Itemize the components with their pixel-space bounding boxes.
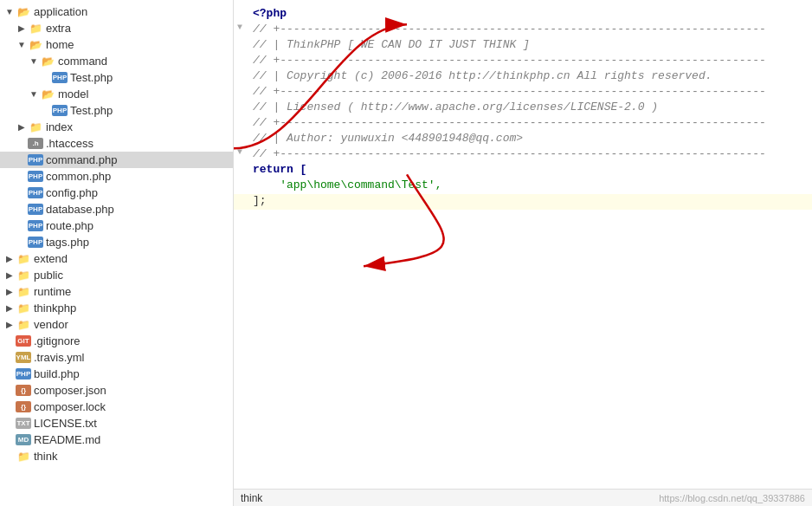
sidebar-item-think[interactable]: think (0, 448, 233, 464)
file-label-extra: extra (46, 22, 71, 35)
sidebar-item-database-php[interactable]: database.php (0, 201, 233, 217)
file-label-extend: extend (34, 252, 68, 265)
file-icon-command (40, 55, 55, 68)
file-icon-vendor (16, 319, 31, 331)
code-line-11: return [ (234, 163, 812, 178)
line-content-12: 'app\home\command\Test', (246, 178, 812, 191)
tree-arrow-home (16, 40, 28, 49)
file-label-composer-lock: composer.lock (34, 400, 106, 413)
tree-arrow-extend (3, 254, 16, 263)
line-content-4: // +------------------------------------… (246, 54, 812, 67)
sidebar-item-htaccess[interactable]: .htaccess (0, 135, 233, 152)
file-icon-index (28, 121, 43, 133)
line-content-5: // | Copyright (c) 2006-2016 http://thin… (246, 69, 812, 82)
file-label-command: command (58, 55, 107, 68)
file-label-database-php: database.php (46, 203, 114, 216)
file-label-public: public (34, 269, 63, 282)
file-icon-test-php-2 (52, 105, 68, 116)
sidebar-item-command[interactable]: command (0, 53, 233, 69)
code-lines: <?php▼// +------------------------------… (234, 7, 812, 210)
code-editor: <?php▼// +------------------------------… (234, 0, 812, 506)
code-line-1: <?php (234, 7, 812, 23)
file-label-command-php: command.php (46, 153, 117, 166)
file-icon-composer-json (16, 385, 31, 396)
sidebar-item-home[interactable]: home (0, 36, 233, 53)
sidebar-item-test-php-1[interactable]: Test.php (0, 69, 233, 86)
line-content-10: // +------------------------------------… (246, 147, 812, 160)
file-label-test-php-1: Test.php (70, 71, 113, 84)
file-label-htaccess: .htaccess (46, 137, 93, 150)
line-content-11: return [ (246, 163, 812, 176)
file-label-build-php: build.php (34, 367, 80, 380)
file-label-vendor: vendor (34, 318, 68, 331)
tree-arrow-command (28, 56, 40, 66)
line-content-8: // +------------------------------------… (246, 116, 812, 129)
tree-arrow-vendor (3, 320, 16, 329)
file-icon-license-txt (16, 418, 31, 429)
sidebar-item-public[interactable]: public (0, 267, 233, 283)
tree-arrow-application (3, 7, 16, 16)
code-line-13: ]; (234, 194, 812, 210)
sidebar-item-index[interactable]: index (0, 119, 233, 135)
file-icon-think (16, 451, 31, 463)
file-label-common-php: common.php (46, 170, 111, 183)
sidebar-item-application[interactable]: application (0, 3, 233, 20)
sidebar-item-build-php[interactable]: build.php (0, 366, 233, 382)
file-label-runtime: runtime (34, 285, 71, 298)
code-line-6: // +------------------------------------… (234, 85, 812, 101)
sidebar-item-model[interactable]: model (0, 86, 233, 102)
code-line-3: // | ThinkPHP [ WE CAN DO IT JUST THINK … (234, 38, 812, 54)
file-icon-config-php (28, 187, 43, 198)
file-label-thinkphp: thinkphp (34, 302, 76, 315)
line-content-13: ]; (246, 194, 812, 207)
sidebar-item-test-php-2[interactable]: Test.php (0, 102, 233, 119)
sidebar-item-tags-php[interactable]: tags.php (0, 234, 233, 250)
sidebar-item-runtime[interactable]: runtime (0, 283, 233, 300)
sidebar-item-readme-md[interactable]: README.md (0, 431, 233, 448)
file-label-tags-php: tags.php (46, 236, 89, 249)
file-icon-travis-yml (16, 352, 31, 363)
sidebar-item-common-php[interactable]: common.php (0, 168, 233, 185)
file-icon-build-php (16, 368, 31, 380)
file-label-model: model (58, 88, 88, 101)
sidebar-item-composer-json[interactable]: composer.json (0, 382, 233, 399)
line-content-7: // | Licensed ( http://www.apache.org/li… (246, 101, 812, 114)
file-label-license-txt: LICENSE.txt (34, 417, 97, 430)
file-tree[interactable]: applicationextrahomecommandTest.phpmodel… (0, 0, 234, 506)
file-icon-thinkphp (16, 302, 31, 315)
fold-indicator-10[interactable]: ▼ (234, 147, 246, 157)
tree-arrow-model (28, 89, 40, 99)
file-icon-tags-php (28, 237, 43, 248)
file-icon-application (16, 6, 31, 18)
sidebar-item-composer-lock[interactable]: composer.lock (0, 399, 233, 415)
file-icon-extra (28, 23, 43, 35)
sidebar-item-gitignore[interactable]: .gitignore (0, 333, 233, 349)
line-content-2: // +------------------------------------… (246, 23, 812, 36)
sidebar-item-travis-yml[interactable]: .travis.yml (0, 349, 233, 366)
code-area: <?php▼// +------------------------------… (234, 0, 812, 489)
file-icon-model (40, 88, 55, 101)
line-content-9: // | Author: yunwuxin <448901948@qq.com> (246, 132, 812, 145)
fold-indicator-2[interactable]: ▼ (234, 23, 246, 32)
tree-arrow-extra (16, 23, 28, 33)
sidebar-item-thinkphp[interactable]: thinkphp (0, 300, 233, 316)
file-icon-composer-lock (16, 401, 31, 412)
bottom-bar: think https://blog.csdn.net/qq_39337886 (234, 489, 812, 506)
file-label-index: index (46, 120, 73, 133)
tree-arrow-runtime (3, 287, 16, 296)
sidebar-item-license-txt[interactable]: LICENSE.txt (0, 415, 233, 431)
file-icon-common-php (28, 171, 43, 182)
sidebar-item-command-php[interactable]: command.php (0, 152, 233, 168)
line-content-1: <?php (246, 7, 812, 20)
code-line-5: // | Copyright (c) 2006-2016 http://thin… (234, 69, 812, 85)
file-icon-command-php (28, 154, 43, 165)
file-label-application: application (34, 5, 87, 18)
sidebar-item-config-php[interactable]: config.php (0, 185, 233, 201)
sidebar-item-route-php[interactable]: route.php (0, 217, 233, 234)
code-line-12: 'app\home\command\Test', (234, 178, 812, 194)
file-icon-database-php (28, 204, 43, 215)
sidebar-item-extra[interactable]: extra (0, 20, 233, 36)
sidebar-item-extend[interactable]: extend (0, 250, 233, 267)
sidebar-item-vendor[interactable]: vendor (0, 316, 233, 333)
tree-arrow-public (3, 270, 16, 280)
